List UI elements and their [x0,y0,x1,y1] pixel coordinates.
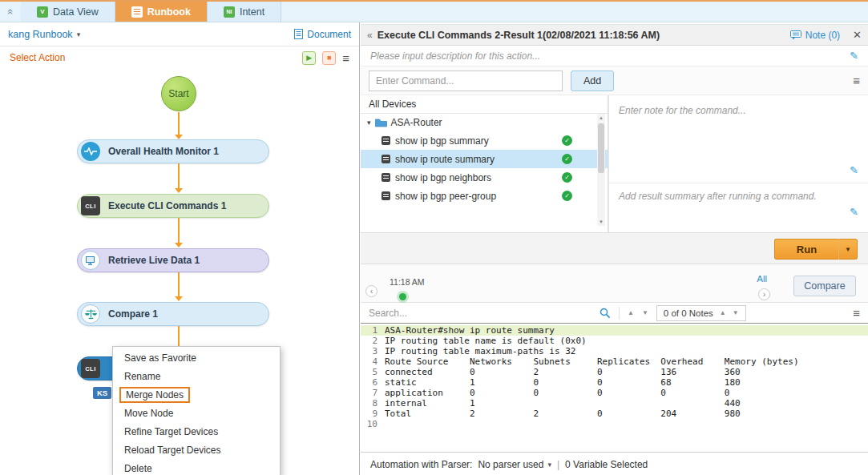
timeline-prev-button[interactable]: ‹ [365,285,377,297]
document-link[interactable]: Document [294,29,351,40]
close-icon[interactable]: ✕ [853,29,862,41]
devices-filter[interactable]: All Devices [361,95,608,114]
edit-note-icon[interactable]: ✎ [850,164,858,176]
divider: | [557,459,559,470]
health-monitor-icon [81,142,100,161]
flow-node-retrieve-live-data[interactable]: Retrieve Live Data 1 [77,248,269,272]
result-title: Execute CLI Commands 2-Result 1(02/08/20… [377,30,660,41]
search-prev-icon[interactable]: ▲ [628,309,634,316]
scrollbar-thumb[interactable] [598,123,604,173]
tree-scrollbar[interactable]: ▲ ▼ [597,114,605,226]
menu-item-refine-target-devices[interactable]: Refine Target Devices [113,422,280,441]
flow-node-compare[interactable]: Compare 1 [77,302,269,326]
start-label: Start [168,88,188,99]
command-label: show ip route summary [395,154,495,165]
runbook-name-label: kang Runbook [8,29,73,40]
menu-item-delete[interactable]: Delete [113,459,280,475]
success-check-icon: ✓ [562,135,572,146]
command-note-area[interactable]: Enter note for the command... ✎ [609,95,868,183]
cli-icon [382,136,390,145]
node-context-menu: Save as Favorite Rename Merge Nodes Move… [112,346,281,475]
tab-intent[interactable]: NI Intent [208,2,281,22]
success-check-icon: ✓ [562,154,572,164]
command-input[interactable] [369,70,563,91]
run-button[interactable]: Run [774,239,838,260]
command-item[interactable]: show ip bgp neighbors ✓ [361,168,608,187]
note-prev-icon[interactable]: ▲ [720,309,726,316]
flow-arrow [178,218,180,243]
search-input[interactable] [369,308,591,319]
command-item-selected[interactable]: show ip route summary ✓ [361,150,608,168]
flow-start-node[interactable]: Start [161,76,196,111]
output-search-bar: ▲ ▼ 0 of 0 Notes ▲ ▼ ≡ [361,303,868,324]
command-item[interactable]: show ip bgp summary ✓ [361,131,608,150]
timeline-next-button[interactable]: › [758,288,770,300]
collapse-tabs-icon[interactable]: « [1,2,21,22]
menu-item-label: Merge Nodes [119,387,190,403]
output-line: 2IP routing table name is default (0x0) [361,336,868,346]
edit-summary-icon[interactable]: ✎ [850,206,858,218]
menu-item-label: Move Node [124,408,173,419]
result-summary-area[interactable]: Add result summary after running a comma… [609,183,868,232]
timeline-result-dot[interactable] [399,293,406,300]
command-entry-row: Add ≡ [361,66,868,95]
notes-counter: 0 of 0 Notes ▲ ▼ [656,305,746,321]
flow-node-execute-cli-1[interactable]: CLI Execute CLI Commands 1 [77,194,269,218]
scroll-down-icon[interactable]: ▼ [597,218,605,226]
note-placeholder: Enter note for the command... [619,105,746,116]
output-line: 3IP routing table maximum-paths is 32 [361,346,868,356]
result-header: « Execute CLI Commands 2-Result 1(02/08/… [361,24,868,46]
result-panel: « Execute CLI Commands 2-Result 1(02/08/… [361,22,868,475]
runbook-header: kang Runbook ▾ Document [0,22,359,46]
command-item[interactable]: show ip bgp peer-group ✓ [361,187,608,205]
cli-icon [382,155,390,163]
select-action-link[interactable]: Select Action [10,52,65,63]
menu-item-move-node[interactable]: Move Node [113,404,280,422]
edit-description-icon[interactable]: ✎ [850,50,858,62]
add-command-button[interactable]: Add [571,70,614,91]
note-button[interactable]: Note (0) [790,30,840,41]
search-next-icon[interactable]: ▼ [642,309,648,316]
compare-scales-icon [81,304,100,324]
menu-item-save-as-favorite[interactable]: Save as Favorite [113,348,280,367]
run-all-button[interactable]: ▶ [302,51,316,65]
menu-item-reload-target-devices[interactable]: Reload Target Devices [113,441,280,459]
runbook-selector[interactable]: kang Runbook ▾ [8,29,80,40]
play-icon: ▶ [306,54,312,62]
run-dropdown-button[interactable]: ▼ [838,239,858,260]
parser-dropdown[interactable]: No parser used ▾ [478,459,551,470]
menu-item-rename[interactable]: Rename [113,367,280,385]
menu-item-label: Rename [124,371,160,382]
menu-item-merge-nodes[interactable]: Merge Nodes [113,385,280,404]
search-icon[interactable] [600,308,611,319]
timeline-timestamp: 11:18 AM [390,277,425,287]
cli-icon [382,191,390,200]
tab-runbook[interactable]: Runbook [115,2,208,22]
command-label: show ip bgp summary [395,135,489,147]
collapse-panel-icon[interactable]: « [367,30,373,41]
output-line: 1ASA-Router#show ip route summary [361,325,868,336]
note-next-icon[interactable]: ▼ [733,309,739,316]
timeline-all-link[interactable]: All [757,274,767,284]
runbook-toolbar: Select Action ▶ ■ ≡ [0,46,359,69]
chevron-down-icon: ▾ [77,30,81,38]
runbook-panel: kang Runbook ▾ Document Select Action ▶ … [0,22,360,475]
runbook-menu-icon[interactable]: ≡ [342,52,349,64]
stop-button[interactable]: ■ [322,51,336,65]
expand-icon[interactable]: ▾ [367,119,371,127]
device-group-row[interactable]: ▾ ASA-Router [361,114,608,131]
compare-button[interactable]: Compare [793,276,856,296]
node-label: Overall Health Monitor 1 [108,146,219,157]
scroll-up-icon[interactable]: ▲ [597,114,605,122]
command-menu-icon[interactable]: ≡ [853,74,860,87]
cli-icon: CLI [81,196,100,215]
description-row[interactable]: Please input description for this action… [361,46,868,66]
output-menu-icon[interactable]: ≡ [853,307,860,319]
tab-runbook-label: Runbook [147,6,191,18]
run-row: Run ▼ [361,232,868,264]
cli-icon [382,173,390,182]
tab-data-view[interactable]: V Data View [21,2,115,22]
flow-node-health-monitor[interactable]: Overall Health Monitor 1 [77,139,269,163]
chevron-down-icon: ▼ [845,246,851,253]
cli-output[interactable]: 1ASA-Router#show ip route summary 2IP ro… [361,324,868,452]
